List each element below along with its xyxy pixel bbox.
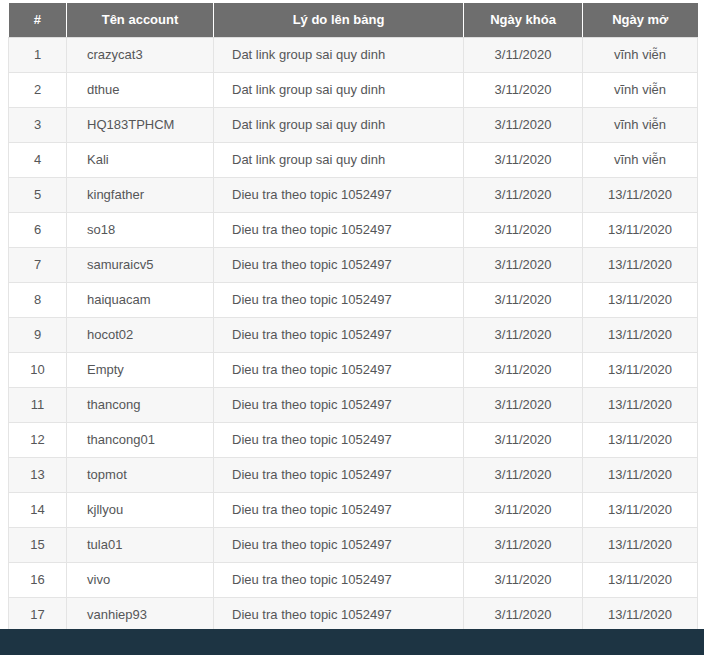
cell-reason: Dat link group sai quy dinh — [214, 107, 464, 142]
cell-lock-date: 3/11/2020 — [464, 352, 583, 387]
table-row: 9 hocot02 Dieu tra theo topic 1052497 3/… — [9, 317, 698, 352]
cell-open-date: 13/11/2020 — [583, 387, 698, 422]
table-row: 10 Empty Dieu tra theo topic 1052497 3/1… — [9, 352, 698, 387]
cell-open-date: 13/11/2020 — [583, 212, 698, 247]
cell-open-date: 13/11/2020 — [583, 457, 698, 492]
cell-reason: Dat link group sai quy dinh — [214, 142, 464, 177]
table-header-row: # Tên account Lý do lên bảng Ngày khóa N… — [9, 3, 698, 37]
cell-account: samuraicv5 — [67, 247, 214, 282]
cell-index: 9 — [9, 317, 67, 352]
cell-open-date: vĩnh viễn — [583, 107, 698, 142]
column-header-lock-date: Ngày khóa — [464, 3, 583, 37]
cell-open-date: 13/11/2020 — [583, 562, 698, 597]
cell-account: thancong — [67, 387, 214, 422]
cell-open-date: 13/11/2020 — [583, 177, 698, 212]
cell-account: hocot02 — [67, 317, 214, 352]
cell-reason: Dieu tra theo topic 1052497 — [214, 177, 464, 212]
cell-lock-date: 3/11/2020 — [464, 212, 583, 247]
cell-index: 5 — [9, 177, 67, 212]
cell-open-date: 13/11/2020 — [583, 597, 698, 632]
table-row: 5 kingfather Dieu tra theo topic 1052497… — [9, 177, 698, 212]
cell-lock-date: 3/11/2020 — [464, 597, 583, 632]
cell-reason: Dat link group sai quy dinh — [214, 37, 464, 72]
cell-reason: Dieu tra theo topic 1052497 — [214, 387, 464, 422]
cell-account: Empty — [67, 352, 214, 387]
cell-lock-date: 3/11/2020 — [464, 177, 583, 212]
column-header-open-date: Ngày mở — [583, 3, 698, 37]
cell-index: 3 — [9, 107, 67, 142]
cell-open-date: vĩnh viễn — [583, 142, 698, 177]
table-row: 15 tula01 Dieu tra theo topic 1052497 3/… — [9, 527, 698, 562]
cell-index: 6 — [9, 212, 67, 247]
table-header: # Tên account Lý do lên bảng Ngày khóa N… — [9, 3, 698, 37]
cell-account: vanhiep93 — [67, 597, 214, 632]
table-row: 3 HQ183TPHCM Dat link group sai quy dinh… — [9, 107, 698, 142]
cell-lock-date: 3/11/2020 — [464, 527, 583, 562]
cell-lock-date: 3/11/2020 — [464, 107, 583, 142]
cell-lock-date: 3/11/2020 — [464, 37, 583, 72]
cell-lock-date: 3/11/2020 — [464, 72, 583, 107]
footer-bar — [0, 629, 704, 655]
cell-reason: Dieu tra theo topic 1052497 — [214, 527, 464, 562]
table-row: 13 topmot Dieu tra theo topic 1052497 3/… — [9, 457, 698, 492]
table-row: 16 vivo Dieu tra theo topic 1052497 3/11… — [9, 562, 698, 597]
cell-account: thancong01 — [67, 422, 214, 457]
table-row: 1 crazycat3 Dat link group sai quy dinh … — [9, 37, 698, 72]
cell-index: 7 — [9, 247, 67, 282]
cell-reason: Dieu tra theo topic 1052497 — [214, 457, 464, 492]
table-row: 7 samuraicv5 Dieu tra theo topic 1052497… — [9, 247, 698, 282]
cell-lock-date: 3/11/2020 — [464, 422, 583, 457]
cell-reason: Dieu tra theo topic 1052497 — [214, 562, 464, 597]
cell-open-date: 13/11/2020 — [583, 492, 698, 527]
cell-open-date: 13/11/2020 — [583, 317, 698, 352]
cell-account: haiquacam — [67, 282, 214, 317]
cell-lock-date: 3/11/2020 — [464, 457, 583, 492]
table-row: 2 dthue Dat link group sai quy dinh 3/11… — [9, 72, 698, 107]
cell-reason: Dieu tra theo topic 1052497 — [214, 422, 464, 457]
cell-lock-date: 3/11/2020 — [464, 317, 583, 352]
cell-lock-date: 3/11/2020 — [464, 247, 583, 282]
cell-account: crazycat3 — [67, 37, 214, 72]
column-header-index: # — [9, 3, 67, 37]
table-row: 12 thancong01 Dieu tra theo topic 105249… — [9, 422, 698, 457]
cell-open-date: 13/11/2020 — [583, 422, 698, 457]
cell-open-date: 13/11/2020 — [583, 352, 698, 387]
page: # Tên account Lý do lên bảng Ngày khóa N… — [0, 0, 704, 655]
cell-reason: Dieu tra theo topic 1052497 — [214, 212, 464, 247]
cell-account: Kali — [67, 142, 214, 177]
cell-reason: Dieu tra theo topic 1052497 — [214, 317, 464, 352]
cell-lock-date: 3/11/2020 — [464, 492, 583, 527]
cell-index: 10 — [9, 352, 67, 387]
table-row: 17 vanhiep93 Dieu tra theo topic 1052497… — [9, 597, 698, 632]
cell-index: 12 — [9, 422, 67, 457]
cell-index: 17 — [9, 597, 67, 632]
cell-index: 16 — [9, 562, 67, 597]
table-row: 11 thancong Dieu tra theo topic 1052497 … — [9, 387, 698, 422]
cell-lock-date: 3/11/2020 — [464, 387, 583, 422]
column-header-reason: Lý do lên bảng — [214, 3, 464, 37]
cell-reason: Dieu tra theo topic 1052497 — [214, 492, 464, 527]
cell-reason: Dat link group sai quy dinh — [214, 72, 464, 107]
cell-reason: Dieu tra theo topic 1052497 — [214, 352, 464, 387]
cell-reason: Dieu tra theo topic 1052497 — [214, 282, 464, 317]
cell-open-date: 13/11/2020 — [583, 527, 698, 562]
cell-account: kjllyou — [67, 492, 214, 527]
cell-open-date: vĩnh viễn — [583, 72, 698, 107]
table-row: 8 haiquacam Dieu tra theo topic 1052497 … — [9, 282, 698, 317]
cell-index: 2 — [9, 72, 67, 107]
cell-index: 13 — [9, 457, 67, 492]
cell-account: so18 — [67, 212, 214, 247]
cell-index: 11 — [9, 387, 67, 422]
cell-reason: Dieu tra theo topic 1052497 — [214, 247, 464, 282]
cell-open-date: 13/11/2020 — [583, 282, 698, 317]
cell-account: vivo — [67, 562, 214, 597]
table-row: 14 kjllyou Dieu tra theo topic 1052497 3… — [9, 492, 698, 527]
cell-index: 15 — [9, 527, 67, 562]
cell-account: kingfather — [67, 177, 214, 212]
cell-open-date: 13/11/2020 — [583, 247, 698, 282]
cell-account: topmot — [67, 457, 214, 492]
table-body: 1 crazycat3 Dat link group sai quy dinh … — [9, 37, 698, 632]
cell-account: tula01 — [67, 527, 214, 562]
cell-index: 8 — [9, 282, 67, 317]
banned-accounts-table-container: # Tên account Lý do lên bảng Ngày khóa N… — [8, 3, 697, 633]
